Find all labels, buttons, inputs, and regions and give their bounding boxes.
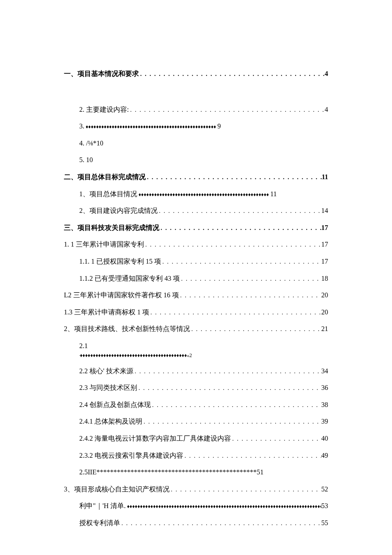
toc-entry-leader: . . . . . . . . . . . . . . . . . . . . … xyxy=(139,70,325,79)
toc-entry-leader: . . . . . . . . . . . . . . . . . . . . … xyxy=(231,434,321,444)
toc-entry-text: 授权专利清单 xyxy=(79,517,120,529)
toc-entry-leader: . . . . . . . . . . . . . . . . . . . . … xyxy=(129,105,325,115)
toc-entry-leader: . . . . . . . . . . . . . . . . . . . . … xyxy=(159,224,321,233)
toc-entry-text: 三、项目科技攻关目标完成情况 xyxy=(64,222,159,233)
toc-entry-page: 39 xyxy=(321,416,328,427)
toc-entry: 1、项目总体目情况♦♦♦♦♦♦♦♦♦♦♦♦♦♦♦♦♦♦♦♦♦♦♦♦♦♦♦♦♦♦♦… xyxy=(64,189,328,200)
toc-entry-page: 17 xyxy=(321,222,328,233)
toc-entry: 4. /⅛*10 xyxy=(64,138,328,149)
toc-entry-leader: . . . . . . . . . . . . . . . . . . . . … xyxy=(180,274,321,284)
toc-entry-page: 40 xyxy=(321,433,328,444)
toc-entry-text: 4. /⅛*10 xyxy=(79,138,103,149)
toc-entry-text: 2.4.1 总体架构及说明 xyxy=(79,416,142,427)
toc-entry: L2 三年累计申请国家软件著作权 16 项. . . . . . . . . .… xyxy=(64,290,328,301)
toc-entry-text: 2.4 创新点及创新点体现 xyxy=(79,399,151,410)
toc-entry-page: 36 xyxy=(321,382,328,393)
toc-entry-text: 2. 主要建设内容: xyxy=(79,104,129,115)
toc-entry-text: 2、项目技术路线、技术创新性特点等情况 xyxy=(64,323,190,334)
toc-entry-text: 2.3.2 电视云搜索引擎具体建设内容 xyxy=(79,450,183,461)
toc-entry: 2.2 核心' 技术来源. . . . . . . . . . . . . . … xyxy=(64,366,328,377)
toc-entry-text: 2.2 核心' 技术来源 xyxy=(79,366,133,377)
toc-entry-leader: . . . . . . . . . . . . . . . . . . . . … xyxy=(183,451,321,461)
toc-entry-page: 52 xyxy=(321,484,328,495)
toc-entry: 2.5IIE**********************************… xyxy=(64,467,328,478)
table-of-contents: 一、项目基本情况和要求. . . . . . . . . . . . . . .… xyxy=(64,68,328,529)
toc-entry: 二、项目总体目标完成情况. . . . . . . . . . . . . . … xyxy=(64,171,328,183)
toc-entry-leader: . . . . . . . . . . . . . . . . . . . . … xyxy=(137,384,321,393)
toc-entry-page: 11 xyxy=(270,189,277,200)
toc-entry-text: 3、项目形成核心自主知识产权情况 xyxy=(64,484,170,495)
toc-entry-text: 1、项目总体目情况 xyxy=(79,189,137,200)
toc-entry-leader: ♦♦♦♦♦♦♦♦♦♦♦♦♦♦♦♦♦♦♦♦♦♦♦♦♦♦♦♦♦♦♦♦♦♦♦♦♦♦♦♦… xyxy=(84,123,217,131)
toc-entry: 3、项目形成核心自主知识产权情况. . . . . . . . . . . . … xyxy=(64,484,328,495)
toc-entry-page: 49 xyxy=(321,450,328,461)
toc-entry-page: 17 xyxy=(321,256,328,267)
toc-entry: 2.3 与同类技术区别. . . . . . . . . . . . . . .… xyxy=(64,382,328,393)
toc-entry-page: 11 xyxy=(322,171,328,183)
toc-entry-leader: . . . . . . . . . . . . . . . . . . . . … xyxy=(151,401,321,410)
toc-entry: 2、项目技术路线、技术创新性特点等情况. . . . . . . . . . .… xyxy=(64,323,328,334)
toc-entry-text: 1. 1 三年累计申请国家专利 xyxy=(64,239,144,250)
toc-entry-text: 2.4.2 海量电视云计算数字内容加工厂具体建设内容 xyxy=(79,433,231,444)
toc-entry-leader: . . . . . . . . . . . . . . . . . . . . … xyxy=(144,240,321,250)
toc-entry-leader: . . . . . . . . . . . . . . . . . . . . … xyxy=(190,325,321,334)
toc-entry-leader: . . . . . . . . . . . . . . . . . . . . … xyxy=(133,367,321,376)
toc-entry-page: 14 xyxy=(321,205,328,216)
toc-entry: 1. 1 三年累计申请国家专利. . . . . . . . . . . . .… xyxy=(64,239,328,250)
toc-entry-page: 21 xyxy=(321,323,328,334)
toc-entry-leader: . . . . . . . . . . . . . . . . . . . . … xyxy=(161,257,321,267)
toc-entry-page: 4 xyxy=(325,104,328,115)
toc-entry-number: 2.1 xyxy=(79,342,88,349)
toc-entry-page: 18 xyxy=(321,273,328,284)
toc-entry-page: 53 xyxy=(321,500,328,511)
toc-entry-text: 2、项目建设内容完成情况 xyxy=(79,205,158,216)
toc-entry: 1.1.2 已有受理通知国家专利 43 项. . . . . . . . . .… xyxy=(64,273,328,284)
toc-entry: 2. 主要建设内容:. . . . . . . . . . . . . . . … xyxy=(64,104,328,115)
toc-entry: 1.1. 1 已授权国家专利 15 项. . . . . . . . . . .… xyxy=(64,256,328,267)
toc-entry-text: 二、项目总体目标完成情况 xyxy=(64,171,146,183)
toc-entry: 1.3 三年累计申请商标权 1 项. . . . . . . . . . . .… xyxy=(64,307,328,318)
toc-entry-leader: . . . . . . . . . . . . . . . . . . . . … xyxy=(170,485,321,494)
toc-entry-text: 1.1.2 已有受理通知国家专利 43 项 xyxy=(79,273,180,284)
toc-entry-text: 1.1. 1 已授权国家专利 15 项 xyxy=(79,256,161,267)
toc-entry: 三、项目科技攻关目标完成情况. . . . . . . . . . . . . … xyxy=(64,222,328,233)
toc-entry: 5. 10 xyxy=(64,154,328,166)
toc-entry: 利申"｜'H 清单.♦♦♦♦♦♦♦♦♦♦♦♦♦♦♦♦♦♦♦♦♦♦♦♦♦♦♦♦♦♦… xyxy=(64,500,328,511)
toc-entry-text: 2.5IIE**********************************… xyxy=(79,467,263,478)
toc-entry-text: 一、项目基本情况和要求 xyxy=(64,68,139,79)
toc-entry-page: 9 xyxy=(217,121,221,132)
toc-entry-text: 5. 10 xyxy=(79,154,93,166)
toc-entry: 2.4.1 总体架构及说明. . . . . . . . . . . . . .… xyxy=(64,416,328,427)
toc-entry-text: 2.3 与同类技术区别 xyxy=(79,382,137,393)
toc-entry-page: 34 xyxy=(321,366,328,377)
toc-entry-leader: ♦♦♦♦♦♦♦♦♦♦♦♦♦♦♦♦♦♦♦♦♦♦♦♦♦♦♦♦♦♦♦♦♦♦♦♦♦♦♦♦… xyxy=(137,191,270,199)
toc-entry: 2、项目建设内容完成情况. . . . . . . . . . . . . . … xyxy=(64,205,328,216)
toc-entry-page: 17 xyxy=(321,239,328,250)
toc-entry-text: 1.3 三年累计申请商标权 1 项 xyxy=(64,307,149,318)
toc-entry-leader: . . . . . . . . . . . . . . . . . . . . … xyxy=(120,519,321,528)
toc-entry: 2.4 创新点及创新点体现. . . . . . . . . . . . . .… xyxy=(64,399,328,410)
toc-entry-leader: . . . . . . . . . . . . . . . . . . . . … xyxy=(142,417,321,427)
toc-entry-page: 55 xyxy=(321,517,328,529)
toc-entry: 2.4.2 海量电视云计算数字内容加工厂具体建设内容. . . . . . . … xyxy=(64,433,328,444)
toc-entry: 3. ♦♦♦♦♦♦♦♦♦♦♦♦♦♦♦♦♦♦♦♦♦♦♦♦♦♦♦♦♦♦♦♦♦♦♦♦♦… xyxy=(64,121,328,132)
toc-entry: 2.3.2 电视云搜索引擎具体建设内容. . . . . . . . . . .… xyxy=(64,450,328,461)
toc-entry-leader: ♦♦♦♦♦♦♦♦♦♦♦♦♦♦♦♦♦♦♦♦♦♦♦♦♦♦♦♦♦♦♦♦♦♦♦♦♦♦♦♦… xyxy=(126,503,321,511)
toc-entry-wrapped: 2.11♦♦♦♦♦♦♦♦♦♦♦♦♦♦♦♦♦♦♦♦♦♦♦♦♦♦♦♦♦♦♦♦♦♦♦♦… xyxy=(64,340,328,360)
toc-entry-text: 3. xyxy=(79,121,84,132)
toc-entry: 一、项目基本情况和要求. . . . . . . . . . . . . . .… xyxy=(64,68,328,79)
toc-entry-page: 38 xyxy=(321,399,328,410)
toc-entry-leader: . . . . . . . . . . . . . . . . . . . . … xyxy=(158,206,321,216)
toc-entry-page: 20 xyxy=(321,307,328,318)
toc-entry-leader: . . . . . . . . . . . . . . . . . . . . … xyxy=(146,173,322,182)
toc-entry-text: L2 三年累计申请国家软件著作权 16 项 xyxy=(64,290,179,301)
toc-entry-leader: . . . . . . . . . . . . . . . . . . . . … xyxy=(149,308,321,317)
toc-entry: 授权专利清单. . . . . . . . . . . . . . . . . … xyxy=(64,517,328,529)
toc-entry-page: 20 xyxy=(321,290,328,301)
toc-entry-leader: 1♦♦♦♦♦♦♦♦♦♦♦♦♦♦♦♦♦♦♦♦♦♦♦♦♦♦♦♦♦♦♦♦♦♦♦♦♦♦♦… xyxy=(79,352,328,360)
toc-entry-page: 4 xyxy=(325,68,328,79)
toc-entry-leader: . . . . . . . . . . . . . . . . . . . . … xyxy=(179,291,321,300)
toc-entry-text: 利申"｜'H 清单. xyxy=(79,500,126,511)
